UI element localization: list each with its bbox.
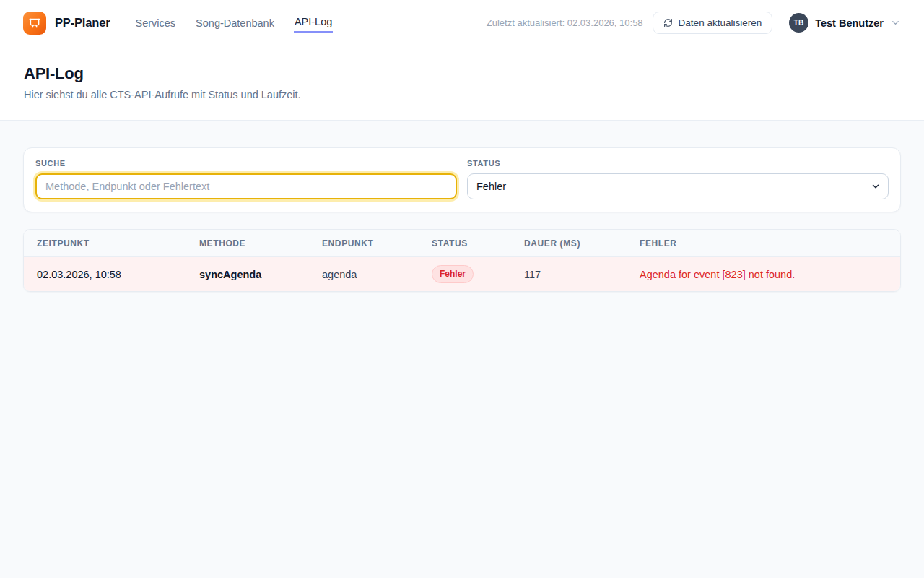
page-header: API-Log Hier siehst du alle CTS-API-Aufr… (0, 46, 924, 121)
search-field-group: SUCHE (35, 159, 457, 199)
refresh-data-button[interactable]: Daten aktualisieren (653, 12, 773, 34)
nav-item-api-log[interactable]: API-Log (294, 13, 333, 33)
brand-name: PP-Planer (55, 16, 110, 30)
nav-item-song-datenbank[interactable]: Song-Datenbank (195, 14, 275, 32)
status-select-wrap: Fehler (467, 173, 889, 199)
status-badge: Fehler (432, 265, 474, 282)
user-menu[interactable]: TB Test Benutzer (789, 13, 901, 33)
column-header-dauer: DAUER (MS) (524, 238, 640, 249)
search-input[interactable] (35, 173, 457, 199)
column-header-methode: METHODE (199, 238, 322, 249)
page-subtitle: Hier siehst du alle CTS-API-Aufrufe mit … (24, 89, 900, 100)
topbar: PP-Planer Services Song-Datenbank API-Lo… (0, 0, 924, 46)
page-title: API-Log (24, 64, 900, 83)
column-header-zeitpunkt: ZEITPUNKT (37, 238, 199, 249)
main-content: SUCHE STATUS Fehler ZEITPUNKT METHODE EN… (0, 121, 924, 321)
cell-dauer: 117 (524, 269, 640, 280)
topbar-right: Zuletzt aktualisiert: 02.03.2026, 10:58 … (487, 12, 901, 34)
cell-zeitpunkt: 02.03.2026, 10:58 (37, 269, 199, 280)
table-header-row: ZEITPUNKT METHODE ENDPUNKT STATUS DAUER … (24, 230, 900, 257)
refresh-icon (663, 18, 673, 27)
cell-status: Fehler (432, 265, 524, 282)
app-logo-icon (23, 12, 46, 35)
column-header-status: STATUS (432, 238, 524, 249)
column-header-endpunkt: ENDPUNKT (322, 238, 432, 249)
last-updated-text: Zuletzt aktualisiert: 02.03.2026, 10:58 (487, 17, 643, 28)
user-name: Test Benutzer (815, 17, 884, 29)
avatar: TB (789, 13, 808, 33)
filter-panel: SUCHE STATUS Fehler (23, 147, 901, 212)
status-select[interactable]: Fehler (467, 173, 889, 199)
column-header-fehler: FEHLER (640, 238, 887, 249)
cell-methode: syncAgenda (199, 269, 322, 280)
main-nav: Services Song-Datenbank API-Log (134, 13, 333, 33)
cell-fehler: Agenda for event [823] not found. (640, 269, 887, 280)
api-log-table: ZEITPUNKT METHODE ENDPUNKT STATUS DAUER … (23, 229, 901, 292)
nav-item-services[interactable]: Services (134, 14, 176, 32)
cell-endpunkt: agenda (322, 269, 432, 280)
status-field-group: STATUS Fehler (467, 159, 889, 199)
refresh-button-label: Daten aktualisieren (679, 17, 762, 28)
status-label: STATUS (467, 159, 889, 168)
table-row: 02.03.2026, 10:58 syncAgenda agenda Fehl… (24, 257, 900, 291)
chevron-down-icon (890, 17, 901, 28)
search-label: SUCHE (35, 159, 457, 168)
brand-link[interactable]: PP-Planer (23, 12, 110, 35)
